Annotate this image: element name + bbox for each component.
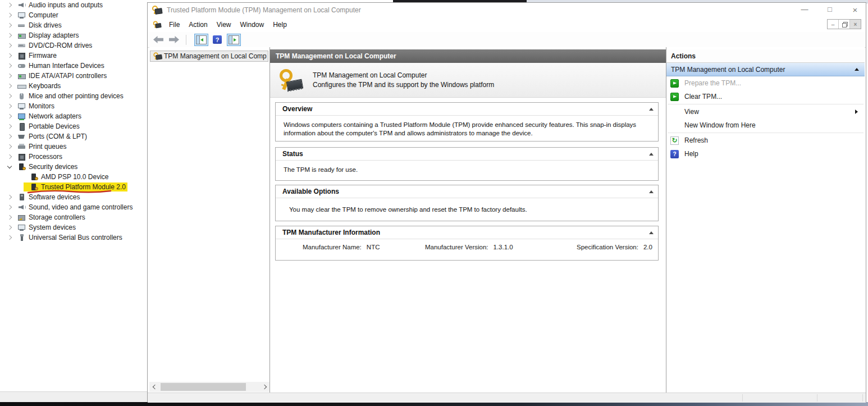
window-title: Trusted Platform Module (TPM) Management… bbox=[167, 6, 361, 14]
soft-icon bbox=[17, 193, 26, 201]
device-item-content: Computer bbox=[11, 11, 60, 20]
actions-separator bbox=[668, 133, 864, 133]
titlebar[interactable]: Trusted Platform Module (TPM) Management… bbox=[148, 3, 866, 17]
device-item-human-interface-devices[interactable]: Human Interface Devices bbox=[0, 61, 147, 71]
monitor-icon bbox=[17, 223, 26, 231]
maximize-icon[interactable]: □ bbox=[825, 5, 835, 15]
device-item-amd-psp-10-0-device[interactable]: AMD PSP 10.0 Device bbox=[0, 172, 147, 182]
forward-arrow-icon[interactable] bbox=[169, 36, 179, 43]
action-refresh[interactable]: ↻Refresh bbox=[666, 134, 865, 147]
device-item-content: Portable Devices bbox=[11, 122, 81, 131]
window-statusbar bbox=[148, 393, 866, 403]
sec-icon bbox=[30, 173, 39, 181]
collapse-icon[interactable] bbox=[649, 231, 654, 234]
device-item-security-devices[interactable]: Security devices bbox=[0, 162, 147, 172]
results-pane-header: TPM Management on Local Computer bbox=[270, 49, 666, 63]
menu-window[interactable]: Window bbox=[236, 21, 269, 29]
section-status: Status The TPM is ready for use. bbox=[275, 147, 659, 181]
device-item-disk-drives[interactable]: Disk drives bbox=[0, 20, 147, 30]
device-item-trusted-platform-module-2-0[interactable]: Trusted Platform Module 2.0 bbox=[0, 182, 147, 192]
chip-icon bbox=[17, 153, 26, 161]
results-pane: TPM Management on Local Computer TPM Man… bbox=[270, 47, 666, 393]
device-item-content: Trusted Platform Module 2.0 bbox=[24, 183, 127, 191]
action-label: New Window from Here bbox=[684, 121, 756, 129]
action-label: View bbox=[684, 108, 699, 116]
scrollbar-thumb[interactable] bbox=[161, 383, 246, 391]
device-item-system-devices[interactable]: System devices bbox=[0, 222, 147, 232]
tpm-key-icon bbox=[279, 69, 303, 92]
device-item-monitors[interactable]: Monitors bbox=[0, 101, 147, 111]
section-overview: Overview Windows computers containing a … bbox=[275, 102, 659, 142]
device-item-display-adapters[interactable]: Display adapters bbox=[0, 30, 147, 40]
device-item-ports-com-lpt[interactable]: Ports (COM & LPT) bbox=[0, 131, 147, 142]
back-arrow-icon[interactable] bbox=[153, 36, 163, 43]
tpm-management-window: Trusted Platform Module (TPM) Management… bbox=[147, 2, 866, 402]
device-item-universal-serial-bus-controllers[interactable]: Universal Serial Bus controllers bbox=[0, 232, 147, 243]
device-item-computer[interactable]: Computer bbox=[0, 10, 147, 20]
green-arrow-icon bbox=[670, 79, 679, 88]
menu-file[interactable]: File bbox=[165, 21, 184, 29]
device-item-label: Security devices bbox=[29, 163, 77, 171]
action-prepare-the-tpm[interactable]: Prepare the TPM... bbox=[666, 76, 865, 90]
device-item-processors[interactable]: Processors bbox=[0, 152, 147, 162]
device-item-sound-video-and-game-controllers[interactable]: Sound, video and game controllers bbox=[0, 202, 147, 212]
device-item-label: IDE ATA/ATAPI controllers bbox=[29, 72, 107, 80]
action-new-window-from-here[interactable]: New Window from Here bbox=[666, 118, 865, 132]
minimize-icon[interactable]: — bbox=[800, 5, 810, 15]
device-item-mice-and-other-pointing-devices[interactable]: Mice and other pointing devices bbox=[0, 91, 147, 101]
device-item-audio-inputs-and-outputs[interactable]: Audio inputs and outputs bbox=[0, 0, 147, 10]
scroll-left-icon[interactable] bbox=[149, 382, 159, 392]
action-clear-tpm[interactable]: Clear TPM... bbox=[666, 90, 865, 103]
actions-group-header[interactable]: TPM Management on Local Computer bbox=[666, 63, 865, 76]
action-view[interactable]: View bbox=[666, 105, 865, 118]
device-item-content: Network adapters bbox=[11, 112, 83, 121]
help-toolbar-button[interactable]: ? bbox=[213, 35, 222, 44]
device-item-content: Print queues bbox=[11, 142, 68, 151]
menu-action[interactable]: Action bbox=[184, 21, 212, 29]
device-item-ide-ata-atapi-controllers[interactable]: IDE ATA/ATAPI controllers bbox=[0, 71, 147, 81]
actions-pane-title: Actions bbox=[666, 49, 865, 63]
console-tree-root-item[interactable]: TPM Management on Local Comp bbox=[150, 51, 268, 62]
collapse-icon[interactable] bbox=[855, 68, 859, 71]
device-item-dvd-cd-rom-drives[interactable]: DVD/CD-ROM drives bbox=[0, 40, 147, 51]
menu-view[interactable]: View bbox=[212, 21, 236, 29]
device-item-content: IDE ATA/ATAPI controllers bbox=[11, 71, 108, 80]
child-minimize-icon[interactable]: – bbox=[828, 20, 838, 29]
show-action-pane-button[interactable] bbox=[227, 34, 241, 46]
device-item-network-adapters[interactable]: Network adapters bbox=[0, 111, 147, 121]
horizontal-scrollbar[interactable] bbox=[149, 382, 269, 392]
collapse-icon[interactable] bbox=[649, 153, 654, 156]
collapse-icon[interactable] bbox=[649, 108, 654, 111]
sec-icon bbox=[30, 183, 39, 191]
device-item-firmware[interactable]: Firmware bbox=[0, 51, 147, 61]
close-icon[interactable]: × bbox=[850, 5, 860, 15]
device-item-keyboards[interactable]: Keyboards bbox=[0, 81, 147, 91]
child-restore-icon[interactable] bbox=[838, 20, 849, 29]
device-item-label: Keyboards bbox=[29, 82, 61, 90]
action-label: Refresh bbox=[684, 136, 708, 144]
network-icon bbox=[17, 112, 26, 120]
action-help[interactable]: ?Help bbox=[666, 147, 865, 161]
device-item-label: Print queues bbox=[29, 143, 66, 150]
port-icon bbox=[17, 133, 26, 140]
device-item-label: AMD PSP 10.0 Device bbox=[41, 173, 109, 181]
show-console-tree-button[interactable] bbox=[194, 34, 208, 46]
device-item-software-devices[interactable]: Software devices bbox=[0, 192, 147, 202]
child-close-icon[interactable]: × bbox=[849, 20, 861, 29]
collapse-icon[interactable] bbox=[649, 190, 654, 193]
toolbar: ? bbox=[148, 32, 866, 48]
scroll-right-icon[interactable] bbox=[260, 382, 269, 392]
section-manufacturer-info: TPM Manufacturer Information Manufacture… bbox=[275, 226, 659, 261]
actions-group-label: TPM Management on Local Computer bbox=[671, 66, 785, 74]
device-item-label: Firmware bbox=[29, 52, 57, 60]
device-manager-tree: Audio inputs and outputsComputerDisk dri… bbox=[0, 0, 147, 391]
actions-pane: Actions TPM Management on Local Computer… bbox=[666, 47, 865, 393]
device-item-storage-controllers[interactable]: Storage controllers bbox=[0, 212, 147, 222]
device-item-portable-devices[interactable]: Portable Devices bbox=[0, 121, 147, 131]
child-window-controls: – × bbox=[827, 19, 861, 29]
device-item-content: Sound, video and game controllers bbox=[11, 203, 134, 212]
device-item-content: Software devices bbox=[11, 193, 81, 202]
menu-help[interactable]: Help bbox=[268, 21, 291, 29]
device-item-print-queues[interactable]: Print queues bbox=[0, 142, 147, 152]
submenu-arrow-icon bbox=[855, 110, 858, 114]
